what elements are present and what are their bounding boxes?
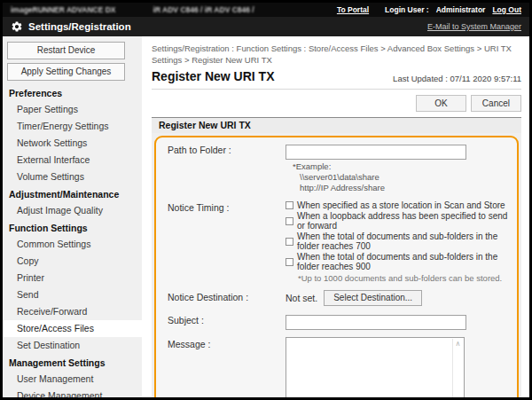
to-portal-link[interactable]: To Portal [337, 5, 369, 14]
device-name: imageRUNNER ADVANCE DX [11, 5, 116, 14]
message-label: Message : [168, 337, 286, 397]
sidebar-item-common-settings[interactable]: Common Settings [3, 236, 142, 253]
sidebar-section-function-settings: Function Settings [3, 219, 142, 236]
checkbox-loopback-address[interactable] [286, 217, 293, 225]
sidebar-section-management-settings: Management Settings [3, 354, 142, 371]
form-section: Path to Folder : *Example: \\server01\da… [152, 133, 521, 397]
sidebar-item-device-management[interactable]: Device Management [3, 388, 142, 397]
notice-timing-note: *Up to 1000 documents and sub-folders ca… [298, 273, 510, 283]
sidebar-item-external-interface[interactable]: External Interface [3, 152, 142, 169]
device-info-bar: imageRUNNER ADVANCE DX iR ADV C846 / iR … [3, 3, 529, 17]
sidebar-section-preferences: Preferences [3, 84, 142, 101]
notice-destination-value: Not set. [286, 293, 317, 303]
checkbox-loopback-address-label: When a loopback address has been specifi… [297, 211, 510, 231]
subject-label: Subject : [168, 313, 286, 330]
main-content: Settings/Registration : Function Setting… [142, 36, 529, 397]
last-updated-text: Last Updated : 07/11 2020 9:57:11 [393, 74, 521, 83]
checkbox-store-location-label: When specified as a store location in Sc… [297, 200, 505, 210]
sidebar-item-user-management[interactable]: User Management [3, 371, 142, 388]
gear-icon [11, 20, 23, 33]
email-system-manager-link[interactable]: E-Mail to System Manager [427, 22, 521, 31]
sidebar-item-printer[interactable]: Printer [3, 270, 142, 286]
app-title: Settings/Registration [28, 21, 131, 32]
subject-input[interactable] [286, 315, 466, 330]
scroll-up-icon[interactable]: ∧ [456, 341, 461, 348]
cancel-button[interactable]: Cancel [471, 95, 521, 112]
restart-device-button[interactable]: Restart Device [7, 42, 125, 59]
login-user-label: Login User : [385, 5, 429, 14]
example-http-path: http://IP Address/share [300, 183, 510, 193]
path-example: *Example: \\server01\data\share http://I… [286, 161, 510, 193]
sidebar-section-adjustment-maintenance: Adjustment/Maintenance [3, 185, 142, 202]
select-destination-button[interactable]: Select Destination... [324, 290, 422, 306]
sidebar-item-network-settings[interactable]: Network Settings [3, 135, 142, 152]
app-header-bar: Settings/Registration E-Mail to System M… [3, 17, 529, 36]
notice-timing-label: Notice Timing : [168, 200, 286, 283]
breadcrumb: Settings/Registration : Function Setting… [152, 43, 521, 67]
notice-destination-label: Notice Destination : [168, 290, 286, 306]
checkbox-reaches-900-label: When the total of documents and sub-fold… [297, 252, 510, 271]
example-heading: *Example: [293, 161, 510, 172]
log-out-link[interactable]: Log Out [492, 5, 521, 14]
sidebar-item-send[interactable]: Send [3, 286, 142, 303]
page-title: Register New URI TX [152, 69, 274, 83]
checkbox-reaches-900[interactable] [286, 258, 293, 266]
ok-button[interactable]: OK [416, 95, 466, 112]
sidebar-item-copy[interactable]: Copy [3, 253, 142, 270]
sidebar-item-timer-energy-settings[interactable]: Timer/Energy Settings [3, 118, 142, 135]
sidebar-item-volume-settings[interactable]: Volume Settings [3, 169, 142, 185]
register-uri-tx-form: Path to Folder : *Example: \\server01\da… [154, 136, 519, 397]
sidebar-item-receive-forward[interactable]: Receive/Forward [3, 303, 142, 320]
textarea-scrollbar[interactable]: ∧ ∨ [452, 339, 463, 397]
sidebar-item-adjust-image-quality[interactable]: Adjust Image Quality [3, 202, 142, 219]
sidebar-item-paper-settings[interactable]: Paper Settings [3, 101, 142, 118]
login-user-name: Administrator [436, 5, 486, 14]
message-textarea[interactable]: ∧ ∨ [286, 337, 465, 397]
checkbox-reaches-700[interactable] [286, 238, 293, 246]
section-title-bar: Register New URI TX [152, 117, 521, 133]
settings-sidebar: Restart Device Apply Setting Changes Pre… [3, 36, 142, 397]
path-to-folder-label: Path to Folder : [168, 143, 286, 193]
example-smb-path: \\server01\data\share [300, 172, 510, 183]
apply-setting-changes-button[interactable]: Apply Setting Changes [7, 63, 125, 81]
checkbox-store-location[interactable] [286, 201, 293, 209]
browser-page: imageRUNNER ADVANCE DX iR ADV C846 / iR … [0, 0, 532, 400]
device-model: iR ADV C846 / iR ADV C846 / [153, 5, 254, 14]
path-to-folder-input[interactable] [286, 145, 466, 160]
sidebar-item-store-access-files[interactable]: Store/Access Files [3, 320, 142, 337]
checkbox-reaches-700-label: When the total of documents and sub-fold… [297, 231, 510, 251]
sidebar-item-set-destination[interactable]: Set Destination [3, 337, 142, 354]
